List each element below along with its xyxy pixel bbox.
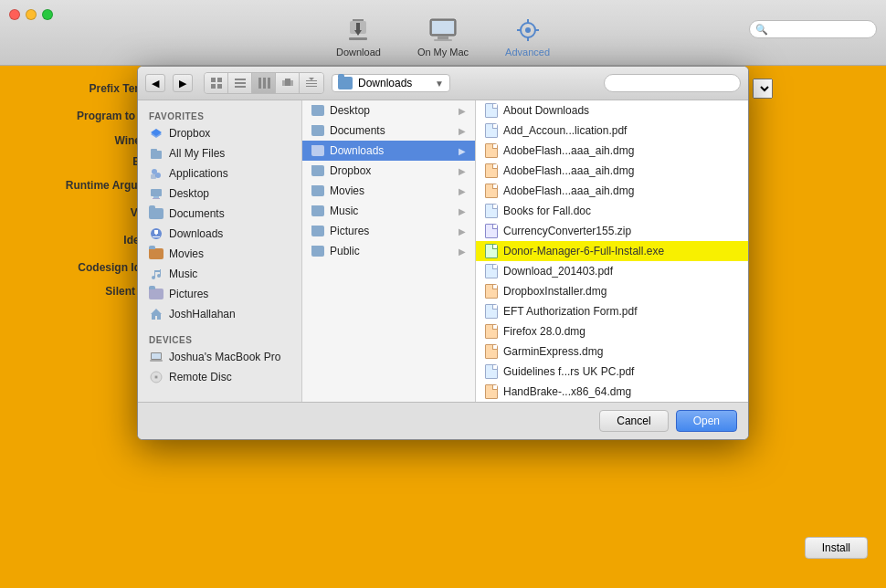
right-item-about-downloads[interactable]: About Downloads (476, 100, 748, 121)
sidebar-item-dropbox[interactable]: Dropbox (138, 123, 301, 143)
middle-item-dropbox[interactable]: Dropbox ▶ (302, 161, 475, 181)
applications-icon (149, 166, 163, 181)
macbook-icon (149, 350, 163, 364)
sidebar-item-desktop[interactable]: Desktop (138, 184, 301, 204)
sidebar-joshhallahan-label: JoshHallahan (169, 308, 236, 320)
path-dropdown[interactable]: Downloads ▼ (332, 74, 450, 92)
svg-rect-27 (290, 80, 293, 86)
download-icon (343, 16, 373, 45)
sidebar-item-documents[interactable]: Documents (138, 204, 301, 224)
svg-rect-19 (235, 79, 246, 80)
middle-item-downloads[interactable]: Downloads ▶ (302, 141, 475, 161)
sidebar-documents-label: Documents (169, 207, 225, 220)
favorites-section-label: FAVORITES (138, 108, 301, 123)
icon-view-button[interactable] (205, 73, 228, 93)
prefix-template-select[interactable] (753, 79, 773, 99)
exe-file-icon (485, 244, 498, 258)
right-item-eft-form[interactable]: EFT Authorization Form.pdf (476, 301, 748, 321)
arrow-icon: ▶ (459, 186, 466, 196)
middle-item-documents[interactable]: Documents ▶ (302, 121, 475, 141)
dmg-file-icon (485, 384, 498, 399)
dialog-right-panel: About Downloads Add_Accoun...lication.pd… (476, 100, 748, 402)
dropbox-icon (149, 126, 163, 141)
install-button[interactable]: Install (805, 537, 868, 559)
sidebar-remote-disc-label: Remote Disc (169, 371, 232, 383)
toolbar-on-my-mac[interactable]: On My Mac (417, 16, 469, 58)
path-folder-icon (338, 77, 353, 89)
pdf-file-icon (485, 304, 498, 319)
coverflow-view-button[interactable] (276, 73, 300, 93)
arrow-icon: ▶ (459, 226, 466, 236)
sidebar-item-remote-disc[interactable]: Remote Disc (138, 367, 301, 387)
svg-rect-21 (235, 86, 246, 88)
zoom-button[interactable] (42, 9, 53, 20)
minimize-button[interactable] (26, 9, 37, 20)
dialog-search-input[interactable] (604, 74, 741, 92)
advanced-icon (513, 16, 543, 45)
right-item-dropbox-installer[interactable]: DropboxInstaller.dmg (476, 281, 748, 301)
svg-rect-7 (438, 37, 448, 39)
sidebar-music-label: Music (169, 268, 197, 280)
view-buttons (204, 72, 324, 94)
toolbar-download[interactable]: Download (336, 16, 381, 58)
arrange-view-button[interactable] (300, 73, 323, 93)
dialog-middle-panel: Desktop ▶ Documents ▶ Downloads ▶ Dropbo… (302, 100, 476, 402)
titlebar-search-input[interactable] (771, 24, 870, 35)
middle-item-movies[interactable]: Movies ▶ (302, 181, 475, 201)
nav-back-button[interactable]: ◀ (145, 74, 165, 92)
middle-item-pictures[interactable]: Pictures ▶ (302, 221, 475, 241)
right-item-download-201403[interactable]: Download_201403.pdf (476, 261, 748, 281)
svg-rect-26 (282, 80, 285, 86)
folder-icon (311, 165, 324, 176)
svg-marker-51 (151, 309, 162, 320)
cancel-button[interactable]: Cancel (599, 410, 668, 432)
on-my-mac-label: On My Mac (417, 47, 469, 58)
sidebar-item-music[interactable]: Music (138, 264, 301, 284)
path-label: Downloads (358, 77, 429, 89)
devices-section-label: DEVICES (138, 331, 301, 347)
nav-forward-button[interactable]: ▶ (173, 74, 193, 92)
svg-rect-16 (217, 78, 222, 82)
svg-rect-18 (217, 84, 222, 89)
list-view-button[interactable] (228, 73, 252, 93)
right-item-donor-manager[interactable]: Donor-Manager-6-Full-Install.exe (476, 241, 748, 261)
svg-point-14 (525, 27, 531, 33)
svg-rect-29 (306, 83, 317, 84)
right-item-books-for-fall[interactable]: Books for Fall.doc (476, 201, 748, 221)
open-button[interactable]: Open (676, 410, 737, 432)
right-item-guidelines[interactable]: Guidelines f...rs UK PC.pdf (476, 362, 748, 382)
sidebar-item-downloads[interactable]: Downloads (138, 224, 301, 244)
toolbar-advanced[interactable]: Advanced (505, 16, 550, 58)
dialog-footer: Cancel Open (138, 402, 748, 439)
sidebar-item-movies[interactable]: Movies (138, 244, 301, 264)
column-view-button[interactable] (252, 73, 276, 93)
sidebar-item-pictures[interactable]: Pictures (138, 284, 301, 304)
close-button[interactable] (9, 9, 20, 20)
middle-item-public[interactable]: Public ▶ (302, 241, 475, 261)
sidebar-pictures-label: Pictures (169, 288, 208, 300)
right-item-adobeflash3[interactable]: AdobeFlash...aaa_aih.dmg (476, 181, 748, 201)
right-item-adobeflash2[interactable]: AdobeFlash...aaa_aih.dmg (476, 161, 748, 181)
svg-rect-44 (154, 230, 158, 234)
pictures-icon (149, 287, 163, 301)
pdf-file-icon (485, 264, 498, 278)
right-item-handbrake[interactable]: HandBrake-...x86_64.dmg (476, 382, 748, 402)
titlebar-search-box[interactable]: 🔍 (749, 20, 877, 38)
right-item-firefox[interactable]: Firefox 28.0.dmg (476, 321, 748, 341)
right-item-currency-converter[interactable]: CurrencyConverter155.zip (476, 221, 748, 241)
middle-item-desktop[interactable]: Desktop ▶ (302, 100, 475, 121)
sidebar-item-all-my-files[interactable]: All My Files (138, 143, 301, 163)
folder-icon (311, 205, 324, 216)
sidebar-item-applications[interactable]: Applications (138, 163, 301, 184)
right-item-add-account[interactable]: Add_Accoun...lication.pdf (476, 121, 748, 141)
right-item-adobeflash1[interactable]: AdobeFlash...aaa_aih.dmg (476, 141, 748, 161)
dmg-file-icon (485, 324, 498, 339)
middle-item-music[interactable]: Music ▶ (302, 201, 475, 221)
pdf-file-icon (485, 364, 498, 379)
sidebar-item-joshhallahan[interactable]: JoshHallahan (138, 304, 301, 324)
pdf-file-icon (485, 103, 498, 118)
sidebar-macbook-label: Joshua's MacBook Pro (169, 351, 280, 363)
right-item-garmin[interactable]: GarminExpress.dmg (476, 341, 748, 362)
sidebar-item-macbook[interactable]: Joshua's MacBook Pro (138, 347, 301, 367)
svg-rect-38 (151, 174, 156, 179)
